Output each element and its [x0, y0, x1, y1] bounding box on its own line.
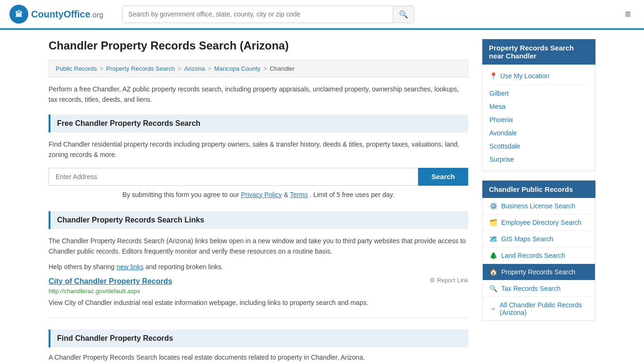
employee-directory-link[interactable]: Employee Directory Search [501, 219, 581, 226]
find-description: A Chandler Property Records Search locat… [49, 352, 468, 362]
nearby-mesa: Mesa [489, 100, 588, 113]
pub-record-land-records[interactable]: 🌲 Land Records Search [483, 247, 595, 264]
free-search-description: Find Chandler residential property recor… [49, 139, 468, 160]
nearby-surprise: Surprise [489, 153, 588, 166]
pub-record-employee-directory[interactable]: 🗂️ Employee Directory Search [483, 214, 595, 231]
divider [489, 84, 588, 85]
record-card-title: City of Chandler Property Records [49, 277, 172, 286]
record-title-link[interactable]: City of Chandler Property Records [49, 277, 172, 285]
property-records-icon: 🏠 [489, 268, 497, 276]
terms-link[interactable]: Terms [290, 191, 308, 198]
nearby-box: Property Records Search near Chandler 📍 … [482, 39, 595, 171]
all-records-link[interactable]: All Chandler Public Records (Arizona) [500, 301, 588, 316]
logo-text: CountyOffice.org [31, 9, 103, 20]
nearby-gilbert-link[interactable]: Gilbert [489, 90, 509, 97]
tax-records-link[interactable]: Tax Records Search [501, 285, 561, 292]
address-search-form: Search [49, 168, 468, 186]
nearby-surprise-link[interactable]: Surprise [489, 156, 514, 163]
links-description: The Chandler Property Records Search (Ar… [49, 236, 468, 257]
location-pin-icon: 📍 [489, 72, 497, 80]
breadcrumb-property-records-search[interactable]: Property Records Search [106, 65, 175, 72]
nearby-scottsdale: Scottsdale [489, 140, 588, 153]
new-links-link[interactable]: new links [116, 263, 144, 271]
help-text: Help others by sharing new links and rep… [49, 262, 468, 272]
global-search-bar: 🔍 [122, 6, 414, 23]
tax-records-icon: 🔍 [489, 285, 497, 292]
address-search-button[interactable]: Search [418, 168, 468, 186]
nearby-scottsdale-link[interactable]: Scottsdale [489, 142, 520, 150]
hamburger-menu-icon[interactable]: ≡ [621, 6, 635, 22]
nearby-header: Property Records Search near Chandler [482, 39, 595, 65]
record-description: View City of Chandler industrial real es… [49, 297, 468, 308]
site-header: 🏛 CountyOffice.org 🔍 ≡ [0, 0, 644, 30]
nearby-avondale-link[interactable]: Avondale [489, 129, 517, 137]
record-card-header: City of Chandler Property Records ⚙ Repo… [49, 277, 468, 286]
public-records-box: Chandler Public Records ⚙️ Business Lice… [482, 181, 595, 321]
gis-maps-icon: 🗺️ [489, 235, 497, 243]
record-card: City of Chandler Property Records ⚙ Repo… [49, 277, 468, 318]
links-section: Chandler Property Records Search Links T… [49, 211, 468, 318]
svg-text:🏛: 🏛 [15, 10, 23, 18]
business-license-link[interactable]: Business License Search [501, 202, 575, 210]
breadcrumb-chandler: Chandler [270, 65, 295, 72]
logo-icon: 🏛 [9, 5, 28, 24]
all-records-item: → All Chandler Public Records (Arizona) [483, 297, 595, 321]
main-content: Chandler Property Records Search (Arizon… [49, 39, 468, 362]
global-search-input[interactable] [123, 6, 393, 23]
links-section-header: Chandler Property Records Search Links [49, 211, 468, 229]
property-records-link[interactable]: Property Records Search [501, 268, 575, 276]
breadcrumb: Public Records > Property Records Search… [49, 60, 468, 77]
public-records-list: ⚙️ Business License Search 🗂️ Employee D… [482, 198, 595, 321]
land-records-link[interactable]: Land Records Search [501, 252, 565, 259]
privacy-policy-link[interactable]: Privacy Policy [241, 191, 282, 198]
record-url: http://chandleraz.gov/default.aspx [49, 288, 468, 295]
find-section: Find Chandler Property Records A Chandle… [49, 329, 468, 362]
arrow-icon: → [489, 305, 496, 313]
report-link-icon: ⚙ [429, 277, 435, 284]
gis-maps-link[interactable]: GIS Maps Search [501, 235, 553, 243]
logo: 🏛 CountyOffice.org [9, 5, 103, 24]
employee-directory-icon: 🗂️ [489, 219, 497, 226]
land-records-icon: 🌲 [489, 252, 497, 259]
breadcrumb-arizona[interactable]: Arizona [184, 65, 205, 72]
nearby-phoenix-link[interactable]: Phoenix [489, 116, 513, 123]
breadcrumb-maricopa-county[interactable]: Maricopa County [214, 65, 260, 72]
nearby-mesa-link[interactable]: Mesa [489, 103, 505, 110]
page-title: Chandler Property Records Search (Arizon… [49, 39, 468, 52]
page-description: Perform a free Chandler, AZ public prope… [49, 84, 468, 105]
find-header: Find Chandler Property Records [49, 329, 468, 347]
pub-record-tax-records[interactable]: 🔍 Tax Records Search [483, 280, 595, 297]
business-license-icon: ⚙️ [489, 202, 497, 210]
report-link-button[interactable]: ⚙ Report Link [429, 277, 468, 284]
pub-record-gis-maps[interactable]: 🗺️ GIS Maps Search [483, 231, 595, 247]
use-my-location: 📍 Use My Location [489, 69, 588, 82]
use-location-link[interactable]: Use My Location [500, 72, 549, 80]
page-container: Chandler Property Records Search (Arizon… [39, 30, 605, 362]
pub-record-business-license[interactable]: ⚙️ Business License Search [483, 198, 595, 214]
header-search-area: 🔍 [122, 6, 621, 23]
free-search-section: Free Chandler Property Records Search Fi… [49, 115, 468, 200]
form-notice: By submitting this form you agree to our… [49, 189, 468, 200]
nearby-gilbert: Gilbert [489, 87, 588, 100]
global-search-button[interactable]: 🔍 [393, 6, 414, 23]
breadcrumb-public-records[interactable]: Public Records [56, 65, 97, 72]
nearby-avondale: Avondale [489, 126, 588, 140]
free-search-header: Free Chandler Property Records Search [49, 115, 468, 132]
sidebar: Property Records Search near Chandler 📍 … [482, 39, 595, 362]
address-input[interactable] [49, 168, 418, 186]
nearby-body: 📍 Use My Location Gilbert Mesa Phoenix A… [482, 65, 595, 171]
pub-record-property-records[interactable]: 🏠 Property Records Search [483, 264, 595, 280]
public-records-header: Chandler Public Records [482, 181, 595, 198]
nearby-phoenix: Phoenix [489, 113, 588, 126]
